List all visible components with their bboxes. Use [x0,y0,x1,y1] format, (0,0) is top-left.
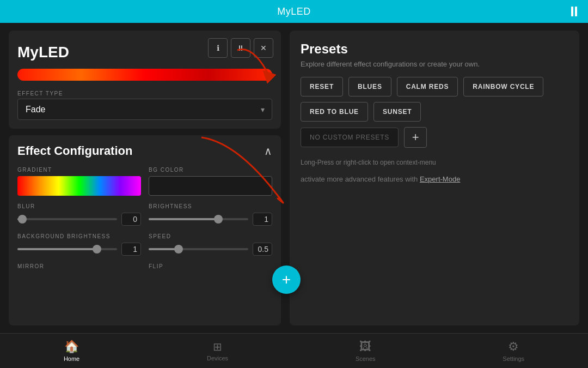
close-button[interactable]: ✕ [254,38,273,58]
bg-brightness-slider-track[interactable] [17,248,117,250]
bottom-nav: 🏠 Home ⊞ Devices 🖼 Scenes ⚙ Settings [0,333,588,368]
expert-mode-link[interactable]: Expert-Mode [420,175,460,183]
custom-presets-row: NO CUSTOM PRESETS + [301,127,568,148]
bg-brightness-value: 1 [121,243,141,256]
flip-config: FLIP [149,263,272,269]
nav-label-scenes: Scenes [356,355,376,362]
info-icon: ℹ [217,44,219,52]
brightness-slider-fill [149,218,218,220]
devices-icon: ⊞ [213,340,222,353]
nav-item-settings[interactable]: ⚙ Settings [492,336,535,365]
bg-brightness-slider-fill [17,248,97,250]
home-icon: 🏠 [64,340,79,354]
speed-slider-thumb[interactable] [174,245,183,254]
device-card-buttons: ℹ ⏸ ✕ [208,38,273,58]
info-button[interactable]: ℹ [208,38,228,58]
effect-config-title: Effect Configuration [17,144,132,158]
nav-item-home[interactable]: 🏠 Home [53,336,90,365]
blur-config: BLUR 0 [17,203,141,226]
blur-label: BLUR [17,203,141,209]
brightness-slider-thumb[interactable] [214,215,223,224]
gradient-label: GRADIENT [17,167,141,173]
nav-label-devices: Devices [207,355,228,361]
bg-brightness-config: BACKGROUND BRIGHTNESS 1 [17,233,141,256]
effect-config-header: Effect Configuration ∧ [17,144,272,158]
effect-config-card: Effect Configuration ∧ GRADIENT BG COLOR… [9,135,281,325]
blur-slider-thumb[interactable] [18,215,27,224]
blur-slider-track[interactable] [17,218,117,220]
bg-brightness-slider-thumb[interactable] [93,245,101,254]
preset-rainbow-cycle-button[interactable]: RAINBOW CYCLE [463,77,543,96]
pause-button[interactable]: ⏸ [231,38,250,58]
close-icon: ✕ [260,44,267,52]
bg-brightness-label: BACKGROUND BRIGHTNESS [17,233,141,239]
speed-config: SPEED 0.5 [149,233,272,256]
blur-value: 0 [121,213,141,226]
effect-type-select[interactable]: Fade Static Pulse Wave [17,99,272,120]
preset-sunset-button[interactable]: SUNSET [373,102,421,122]
brightness-slider-track[interactable] [149,218,248,220]
speed-slider-row: 0.5 [149,243,272,256]
effect-type-select-wrapper: Fade Static Pulse Wave ▾ [17,99,272,120]
effect-type-label: EFFECT TYPE [17,91,272,96]
gradient-picker[interactable] [17,176,141,196]
add-preset-button[interactable]: + [404,127,427,148]
pause-bar-right [575,7,577,16]
top-bar: MyLED [0,0,588,23]
flip-label: FLIP [149,263,272,269]
context-menu-hint: Long-Press or right-click to open contex… [301,159,568,166]
scenes-icon: 🖼 [359,340,371,354]
preset-blues-button[interactable]: BLUES [348,77,391,96]
settings-icon: ⚙ [508,340,519,354]
bg-brightness-slider-row: 1 [17,243,141,256]
presets-title: Presets [301,41,568,57]
nav-item-devices[interactable]: ⊞ Devices [196,337,239,365]
fab-add-button[interactable]: + [272,266,301,294]
device-card: ℹ ⏸ ✕ MyLED EFFECT TYPE Fade Static Puls… [9,31,281,129]
brightness-label: BRIGHTNESS [149,203,272,209]
config-grid: GRADIENT BG COLOR BLUR 0 [17,167,272,269]
gradient-config: GRADIENT [17,167,141,196]
bg-color-config: BG COLOR [149,167,272,196]
led-preview-bar [17,69,272,81]
app-title: MyLED [277,6,311,17]
brightness-value: 1 [253,213,272,226]
preset-red-to-blue-button[interactable]: RED TO BLUE [301,102,368,122]
collapse-button[interactable]: ∧ [264,144,272,158]
preset-buttons-row-1: RESET BLUES CALM REDS RAINBOW CYCLE [301,77,568,96]
left-panel: ℹ ⏸ ✕ MyLED EFFECT TYPE Fade Static Puls… [9,31,281,325]
pause-bar-left [571,7,573,16]
brightness-slider-row: 1 [149,213,272,226]
expert-mode-text: activate more advanced features with [301,175,420,183]
preset-calm-reds-button[interactable]: CALM REDS [397,77,458,96]
preset-reset-button[interactable]: RESET [301,77,343,96]
bg-color-picker[interactable] [149,176,272,196]
no-custom-presets-button[interactable]: NO CUSTOM PRESETS [301,128,399,147]
brightness-config: BRIGHTNESS 1 [149,203,272,226]
bg-color-label: BG COLOR [149,167,272,173]
nav-item-scenes[interactable]: 🖼 Scenes [345,336,387,365]
presets-subtitle: Explore different effect configurations … [301,60,568,68]
nav-label-settings: Settings [503,355,524,362]
blur-slider-row: 0 [17,213,141,226]
mirror-label: MIRROR [17,263,141,269]
preset-buttons-row-2: RED TO BLUE SUNSET [301,102,568,122]
mirror-config: MIRROR [17,263,141,269]
topbar-pause-button[interactable] [571,7,577,16]
expert-mode-line: activate more advanced features with Exp… [301,175,568,183]
nav-label-home: Home [64,355,79,362]
speed-slider-track[interactable] [149,248,248,250]
pause-icon: ⏸ [237,44,244,52]
presets-card: Presets Explore different effect configu… [290,31,579,325]
right-panel: Presets Explore different effect configu… [290,31,579,325]
speed-value: 0.5 [253,243,272,256]
speed-label: SPEED [149,233,272,239]
main-content: ℹ ⏸ ✕ MyLED EFFECT TYPE Fade Static Puls… [0,23,588,333]
